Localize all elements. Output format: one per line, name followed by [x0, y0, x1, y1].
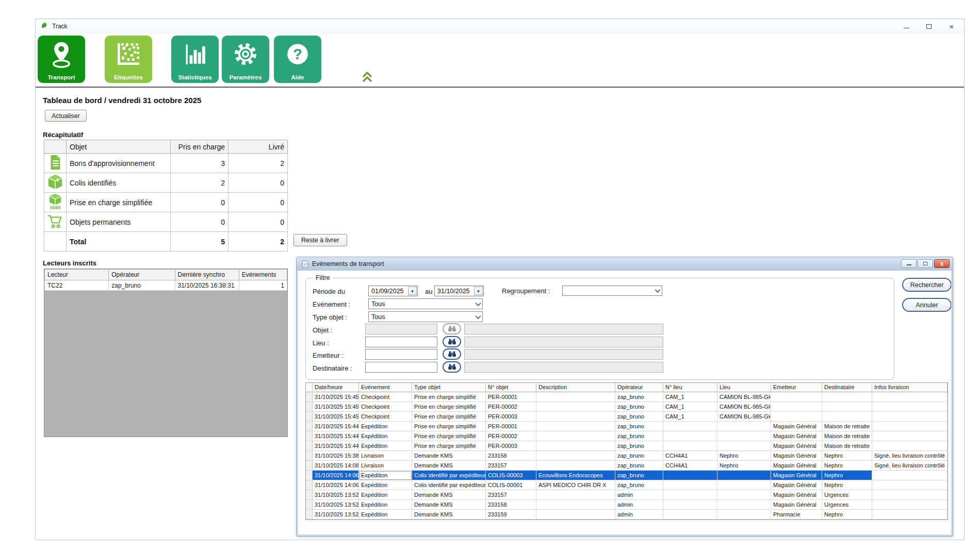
- grid-cell[interactable]: [536, 441, 615, 451]
- grid-cell[interactable]: Ecouvillons Endocscopes: [536, 471, 615, 480]
- grid-cell[interactable]: Prise en charge simplifié: [412, 402, 486, 412]
- grid-cell[interactable]: Expédition: [359, 422, 412, 431]
- grid-cell[interactable]: Livraison: [359, 461, 412, 471]
- grid-row[interactable]: 31/10/2025 15:44ExpéditionPrise en charg…: [306, 422, 948, 431]
- grid-cell[interactable]: Magasin Général: [771, 451, 822, 461]
- grid-cell[interactable]: 31/10/2025 13:52: [313, 490, 359, 500]
- grid-cell[interactable]: [822, 392, 872, 402]
- event-combobox[interactable]: Tous: [368, 298, 483, 309]
- grid-cell[interactable]: CAM_1: [663, 412, 717, 422]
- grid-cell[interactable]: CAM_1: [663, 402, 717, 412]
- grid-cell[interactable]: CAMION BL-985-GH: [717, 402, 771, 412]
- grid-cell[interactable]: PER-00002: [486, 431, 536, 441]
- grid-cell[interactable]: Checkpoint: [359, 392, 412, 402]
- grid-cell[interactable]: [822, 412, 872, 422]
- grid-cell[interactable]: zap_bruno: [615, 412, 663, 422]
- grid-cell[interactable]: [717, 490, 771, 500]
- grid-cell[interactable]: 233158: [486, 500, 536, 510]
- grid-cell[interactable]: [663, 490, 717, 500]
- grid-cell[interactable]: Expédition: [359, 490, 412, 500]
- grid-cell[interactable]: 31/10/2025 14:06: [313, 480, 359, 490]
- grid-cell[interactable]: [872, 490, 948, 500]
- grid-cell[interactable]: [663, 441, 717, 451]
- grid-cell[interactable]: [536, 451, 615, 461]
- grid-cell[interactable]: admin: [615, 510, 663, 520]
- collapse-toolbar-icon[interactable]: [362, 71, 373, 83]
- grid-cell[interactable]: [872, 412, 948, 422]
- grid-cell[interactable]: PER-00003: [486, 441, 536, 451]
- grid-cell[interactable]: Prise en charge simplifié: [412, 422, 486, 431]
- grid-column-header[interactable]: Infos livraison: [872, 383, 948, 392]
- grid-cell[interactable]: COLIS-00001: [486, 480, 536, 490]
- grid-cell[interactable]: Checkpoint: [359, 402, 412, 412]
- grid-column-header[interactable]: Evénement: [359, 383, 412, 392]
- grid-cell[interactable]: Signé, lieu livraison contrôlé: [872, 451, 948, 461]
- grid-cell[interactable]: [872, 402, 948, 412]
- grid-row[interactable]: 31/10/2025 13:52ExpéditionDemande KMS233…: [306, 510, 948, 520]
- grid-row-selector[interactable]: [306, 510, 313, 520]
- grid-cell[interactable]: Pharmacie: [771, 510, 822, 520]
- grid-cell[interactable]: [536, 500, 615, 510]
- place-search-binoculars-icon[interactable]: [443, 336, 461, 347]
- events-minimize-icon[interactable]: [901, 259, 917, 268]
- grid-cell[interactable]: Demande KMS: [412, 510, 486, 520]
- grid-cell[interactable]: [771, 392, 822, 402]
- recipient-code-input[interactable]: [365, 362, 437, 373]
- grid-cell[interactable]: CAMION BL-985-GH: [717, 392, 771, 402]
- grid-cell[interactable]: Demande KMS: [412, 451, 486, 461]
- grid-cell[interactable]: 31/10/2025 15:45: [313, 402, 359, 412]
- grid-cell[interactable]: [536, 490, 615, 500]
- grid-cell[interactable]: [536, 510, 615, 520]
- grid-cell[interactable]: Expédition: [359, 510, 412, 520]
- grid-row[interactable]: 31/10/2025 15:38LivraisonDemande KMS2331…: [306, 451, 948, 461]
- maximize-icon[interactable]: [918, 19, 940, 34]
- grid-row[interactable]: 31/10/2025 14:06ExpéditionColis identifi…: [306, 480, 948, 490]
- grid-cell[interactable]: zap_bruno: [615, 480, 663, 490]
- grid-column-header[interactable]: Destinataire: [822, 383, 872, 392]
- grid-cell[interactable]: zap_bruno: [615, 471, 663, 480]
- grid-cell[interactable]: 31/10/2025 14:06: [313, 471, 359, 480]
- grid-row[interactable]: 31/10/2025 15:44ExpéditionPrise en charg…: [306, 441, 948, 451]
- grid-cell[interactable]: zap_bruno: [615, 461, 663, 471]
- grid-column-header[interactable]: Lieu: [717, 383, 771, 392]
- grid-cell[interactable]: PER-00001: [486, 392, 536, 402]
- grid-cell[interactable]: CCH4A1: [663, 451, 717, 461]
- grid-cell[interactable]: [717, 422, 771, 431]
- grid-cell[interactable]: 31/10/2025 13:52: [313, 500, 359, 510]
- grid-row[interactable]: 31/10/2025 15:44ExpéditionPrise en charg…: [306, 431, 948, 441]
- grid-cell[interactable]: Magasin Général: [771, 480, 822, 490]
- grid-cell[interactable]: Magasin Général: [771, 490, 822, 500]
- grid-cell[interactable]: Urgences: [822, 500, 872, 510]
- grid-cell[interactable]: Colis identifié par expéditeur: [412, 471, 486, 480]
- grid-cell[interactable]: [536, 402, 615, 412]
- grid-cell[interactable]: Expédition: [359, 480, 412, 490]
- grid-cell[interactable]: Livraison: [359, 451, 412, 461]
- grid-row[interactable]: 31/10/2025 14:08LivraisonDemande KMS2331…: [306, 461, 948, 471]
- grid-cell[interactable]: 233159: [486, 510, 536, 520]
- grid-cell[interactable]: [663, 431, 717, 441]
- grid-cell[interactable]: Urgences: [822, 490, 872, 500]
- grid-row[interactable]: 31/10/2025 15:45CheckpointPrise en charg…: [306, 402, 948, 412]
- grid-cell[interactable]: 31/10/2025 14:08: [313, 461, 359, 471]
- grid-cell[interactable]: zap_bruno: [615, 441, 663, 451]
- grid-cell[interactable]: [771, 402, 822, 412]
- grid-cell[interactable]: [717, 431, 771, 441]
- grouping-combobox[interactable]: [562, 286, 662, 296]
- events-restore-icon[interactable]: [918, 259, 933, 268]
- grid-row[interactable]: 31/10/2025 13:52ExpéditionDemande KMS233…: [306, 490, 948, 500]
- grid-row[interactable]: 31/10/2025 13:52ExpéditionDemande KMS233…: [306, 500, 948, 510]
- toolbar-button-parametres[interactable]: Paramètres: [222, 36, 269, 83]
- grid-cell[interactable]: Magasin Général: [771, 500, 822, 510]
- grid-row-selector[interactable]: [306, 402, 313, 412]
- grid-cell[interactable]: [536, 422, 615, 431]
- dropdown-arrow-icon[interactable]: ▾: [408, 287, 417, 295]
- grid-cell[interactable]: Prise en charge simplifié: [412, 392, 486, 402]
- grid-row-selector[interactable]: [306, 392, 313, 402]
- grid-cell[interactable]: Nephro: [822, 510, 872, 520]
- grid-cell[interactable]: [663, 422, 717, 431]
- toolbar-button-aide[interactable]: ?Aide: [274, 36, 321, 83]
- grid-cell[interactable]: 31/10/2025 15:44: [313, 441, 359, 451]
- grid-cell[interactable]: 31/10/2025 15:38: [313, 451, 359, 461]
- grid-cell[interactable]: [872, 422, 948, 431]
- grid-cell[interactable]: PER-00003: [486, 412, 536, 422]
